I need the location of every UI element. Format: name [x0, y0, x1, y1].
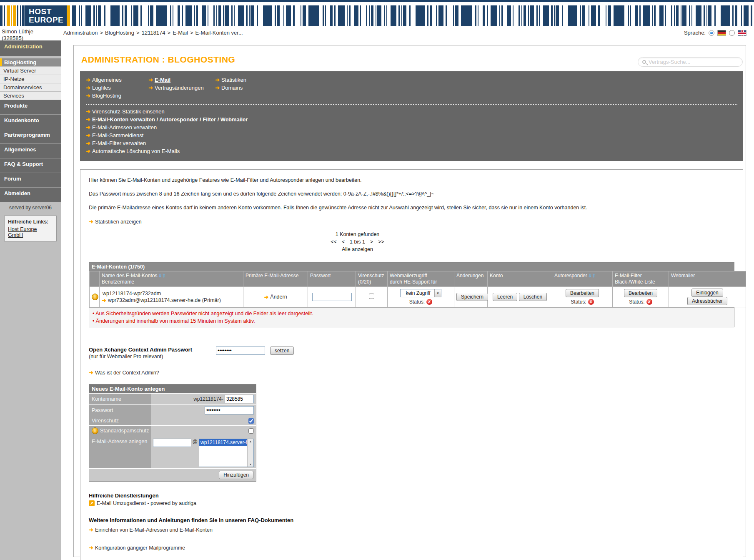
sidebar-item-ip-netze[interactable]: IP-Netze: [0, 75, 61, 83]
aendern-link[interactable]: ➜Ändern: [245, 294, 306, 300]
domain-option-selected[interactable]: wp12118174.server-he.de: [199, 439, 247, 446]
breadcrumb-contract[interactable]: 12118174: [142, 30, 165, 36]
row-konto-cell: Leeren Löschen: [488, 287, 552, 307]
faq-link-einrichten[interactable]: ➜Einrichten von E-Mail-Adressen und E-Ma…: [89, 527, 734, 533]
scroll-up-icon[interactable]: ▲: [249, 440, 252, 443]
breadcrumb-email[interactable]: E-Mail: [173, 30, 188, 36]
password-input[interactable]: [312, 293, 352, 301]
sort-asc-icon[interactable]: ⇧: [592, 273, 596, 278]
pagination-first[interactable]: <<: [331, 239, 337, 245]
sidebar-section-faq-support[interactable]: FAQ & Support: [0, 158, 61, 173]
radio-german[interactable]: [709, 30, 714, 36]
spamschutz-checkbox[interactable]: [248, 428, 254, 434]
email-local-input[interactable]: [153, 439, 191, 447]
sidebar-section-abmelden[interactable]: Abmelden: [0, 188, 61, 202]
hinzufuegen-button[interactable]: Hinzufügen: [219, 471, 253, 479]
sidebar-item-virtual-server[interactable]: Virtual Server: [0, 67, 61, 75]
breadcrumb-administration[interactable]: Administration: [63, 30, 98, 36]
header-konto: Konto: [488, 271, 552, 287]
sidebar-section-allgemeines[interactable]: Allgemeines: [0, 144, 61, 158]
menu-bloghosting[interactable]: ➜BlogHosting: [86, 93, 148, 99]
row-info-cell: i: [90, 287, 100, 307]
menu-allgemeines[interactable]: ➜Allgemeines: [86, 77, 148, 83]
statistiken-anzeigen-link[interactable]: ➜Statistiken anzeigen: [89, 218, 734, 225]
menu-domains[interactable]: ➜Domains: [215, 85, 278, 91]
sort-desc-icon[interactable]: ⇩: [588, 273, 592, 278]
new-virenschutz-checkbox[interactable]: [248, 418, 254, 424]
sidebar-section-partnerprogramm[interactable]: Partnerprogramm: [0, 129, 61, 144]
show-all-link[interactable]: Alle anzeigen: [328, 246, 387, 253]
einloggen-button[interactable]: Einloggen: [691, 289, 723, 297]
filter-bearbeiten-button[interactable]: Bearbeiten: [624, 289, 657, 297]
barcode-banner: HOSTEUROPE: [0, 5, 754, 26]
sidebar-item-services[interactable]: Services: [0, 92, 61, 100]
german-flag-icon[interactable]: [717, 30, 726, 36]
menu-logfiles[interactable]: ➜Logfiles: [86, 85, 148, 91]
breadcrumb-bloghosting[interactable]: BlogHosting: [105, 30, 134, 36]
virenschutz-checkbox[interactable]: [369, 294, 374, 299]
sidebar-header-administration[interactable]: Administration: [0, 40, 61, 56]
arrow-icon: ➜: [86, 77, 90, 83]
autoresponder-bearbeiten-button[interactable]: Bearbeiten: [566, 289, 599, 297]
sidebar-section-produkte[interactable]: Produkte: [0, 100, 61, 115]
webmailerzugriff-select[interactable]: kein Zugriff▼: [400, 289, 441, 297]
external-link-icon: ↗: [89, 500, 95, 506]
menu-statistiken[interactable]: ➜Statistiken: [215, 77, 278, 83]
sidebar-item-bloghosting[interactable]: BlogHosting: [0, 58, 61, 66]
sidebar-section-kundenkonto[interactable]: Kundenkonto: [0, 115, 61, 129]
dotted-divider: [86, 104, 737, 105]
new-account-title: Neues E-Mail-Konto anlegen: [89, 384, 256, 393]
faq-title: Weitere Informationen und Anleitungen fi…: [89, 517, 734, 523]
leeren-button[interactable]: Leeren: [493, 293, 517, 301]
sidebar-item-domainservices[interactable]: Domainservices: [0, 83, 61, 91]
new-password-input[interactable]: [205, 406, 254, 414]
umzugsdienst-external-link[interactable]: ↗E-Mail Umzugsdienst - powered by audrig…: [89, 500, 734, 506]
menu-email[interactable]: ➜E-Mail: [148, 77, 215, 83]
language-label: Sprache:: [684, 30, 706, 36]
pagination-next[interactable]: >: [370, 239, 373, 245]
scroll-down-icon[interactable]: ▼: [249, 463, 252, 466]
pagination-last[interactable]: >>: [378, 239, 384, 245]
listbox-scrollbar[interactable]: ▲▼: [247, 439, 253, 467]
menu-virenschutz-statistik[interactable]: ➜Virenschutz-Statistik einsehen: [86, 108, 737, 115]
search-input[interactable]: [649, 59, 739, 65]
adressbuecher-button[interactable]: Adressbücher: [687, 297, 727, 305]
row-webaccess-cell: kein Zugriff▼ Status:✗: [388, 287, 454, 307]
radio-english[interactable]: [729, 30, 735, 36]
status-error-icon: ✗: [588, 299, 594, 305]
menu-automatische-loeschung[interactable]: ➜Automatische Löschung von E-Mails: [86, 148, 737, 154]
row-password-cell: [308, 287, 356, 307]
breadcrumb-separator: >: [136, 30, 140, 36]
menu-email-filter-verwalten[interactable]: ➜E-Mail-Filter verwalten: [86, 140, 737, 146]
pagination-prev[interactable]: <: [342, 239, 345, 245]
breadcrumb: Administration>BlogHosting>12118174>E-Ma…: [63, 30, 243, 36]
kontenname-input[interactable]: [225, 395, 254, 403]
menu-email-adressen-verwalten[interactable]: ➜E-Mail-Adressen verwalten: [86, 124, 737, 131]
sort-asc-icon[interactable]: ⇧: [162, 273, 166, 278]
loeschen-button[interactable]: Löschen: [519, 293, 547, 301]
domain-listbox[interactable]: wp12118174.server-he.de ▲▼: [199, 439, 254, 467]
top-strip: [0, 0, 754, 2]
menu-email-sammeldienst[interactable]: ➜E-Mail-Sammeldienst: [86, 132, 737, 138]
logo-line1: HOST: [29, 7, 52, 16]
menu-column-3: ➜Statistiken ➜Domains: [215, 75, 278, 100]
ox-password-label: Open Xchange Context Admin Passwort: [89, 347, 216, 353]
header-webmailerzugriff: Webmailerzugriffdurch HE-Support für: [388, 271, 454, 287]
ox-password-input[interactable]: [216, 347, 265, 355]
new-account-form: Neues E-Mail-Konto anlegen Kontenname wp…: [89, 384, 256, 482]
info-icon[interactable]: i: [92, 294, 98, 300]
menu-vertragsaenderungen[interactable]: ➜Vertragsänderungen: [148, 85, 215, 91]
menu-email-konten-verwalten[interactable]: ➜E-Mail-Konten verwalten / Autoresponder…: [86, 116, 737, 123]
sort-desc-icon[interactable]: ⇩: [158, 273, 162, 278]
ox-admin-password-section: Open Xchange Context Admin Passwort (nur…: [89, 347, 734, 359]
uk-flag-icon[interactable]: [738, 30, 746, 36]
setzen-button[interactable]: setzen: [270, 347, 294, 355]
info-icon[interactable]: i: [92, 427, 98, 434]
speichern-button[interactable]: Speichern: [456, 293, 488, 301]
faq-link-konfiguration[interactable]: ➜Konfiguration gängiger Mailprogramme: [89, 545, 734, 551]
context-admin-help-link[interactable]: ➜Was ist der Context Admin?: [89, 369, 734, 376]
primary-address-link[interactable]: ➜wpr732adm@wp12118174.server-he.de (Prim…: [102, 297, 241, 304]
sidebar-section-forum[interactable]: Forum: [0, 173, 61, 188]
security-note: • Aus Sicherheitsgründen werden Passwört…: [93, 310, 731, 317]
host-europe-gmbh-link[interactable]: Host Europe GmbH: [8, 226, 37, 238]
